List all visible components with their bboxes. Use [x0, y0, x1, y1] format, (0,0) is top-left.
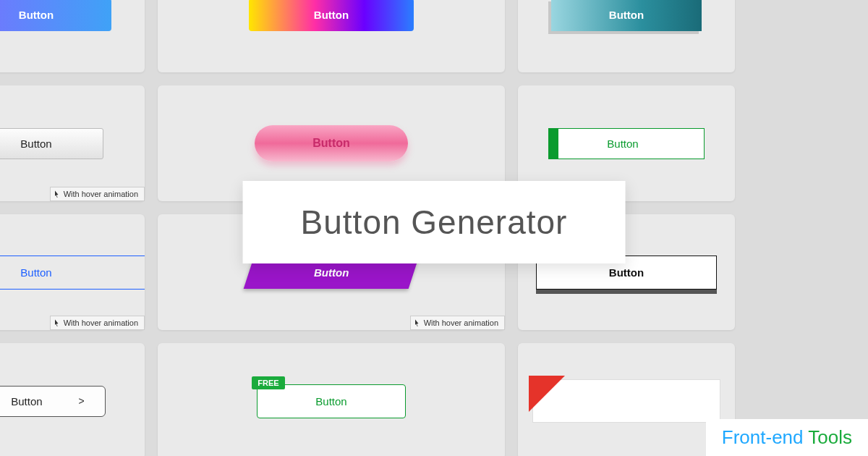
hover-label: With hover animation	[424, 318, 498, 327]
sample-button-gradient-blue[interactable]: Button	[0, 0, 111, 31]
card-gradient-teal: Button	[518, 0, 735, 72]
sample-button-arrow[interactable]: Button >	[0, 386, 106, 417]
sample-button-gray[interactable]: Button	[0, 128, 103, 159]
page-title: Button Generator	[301, 203, 568, 242]
card-gradient-blue: Button	[0, 0, 145, 72]
hover-animation-tag: With hover animation	[50, 187, 145, 201]
card-free-badge: FREE Button	[158, 343, 505, 456]
card-gray: Button With hover animation	[0, 85, 145, 201]
skew-label: Button	[314, 266, 349, 279]
sample-button-ribbon[interactable]	[532, 379, 720, 423]
card-ribbon	[518, 343, 735, 456]
hover-label: With hover animation	[64, 190, 138, 198]
hover-label: With hover animation	[64, 318, 138, 327]
sample-button-pink-pill[interactable]: Button	[255, 125, 408, 161]
chevron-right-icon: >	[79, 395, 85, 407]
hover-animation-tag: With hover animation	[50, 316, 145, 330]
sample-button-free-badge[interactable]: FREE Button	[257, 384, 405, 418]
sample-button-green-bar[interactable]: Button	[548, 128, 704, 159]
brand-prefix: Front-end	[722, 426, 808, 448]
brand-suffix: Tools	[808, 426, 852, 448]
arrow-button-label: Button	[11, 395, 42, 408]
free-button-label: Button	[315, 395, 346, 408]
sample-button-gradient-teal[interactable]: Button	[551, 0, 702, 31]
card-gradient-rainbow: Button	[158, 0, 505, 72]
card-blue-lines: Button With hover animation	[0, 214, 145, 330]
page-title-overlay: Button Generator	[243, 181, 626, 263]
card-arrow: Button >	[0, 343, 145, 456]
sample-button-blue-lines[interactable]: Button	[0, 256, 145, 290]
sample-button-gradient-rainbow[interactable]: Button	[249, 0, 414, 31]
brand-watermark: Front-end Tools	[706, 419, 868, 456]
hover-animation-tag: With hover animation	[410, 316, 505, 330]
free-badge: FREE	[252, 376, 284, 389]
